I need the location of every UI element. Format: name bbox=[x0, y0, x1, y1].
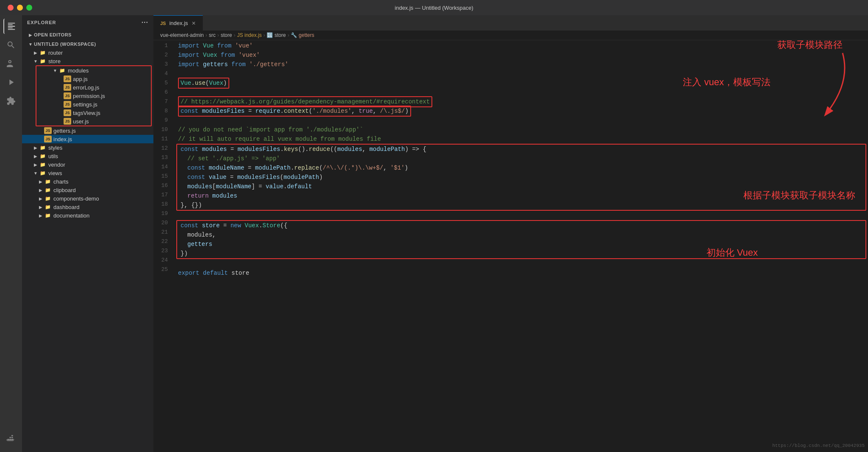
sidebar-item-errorlog-js[interactable]: ▶ JS errorLog.js bbox=[36, 83, 151, 92]
sidebar-item-permission-js[interactable]: ▶ JS permission.js bbox=[36, 92, 151, 100]
folder-icon: 📁 bbox=[44, 187, 52, 193]
run-activity-icon[interactable] bbox=[3, 75, 19, 90]
tab-label: index.js bbox=[169, 20, 188, 26]
folder-charts-label: charts bbox=[53, 179, 68, 185]
js-file-icon: JS bbox=[64, 75, 71, 82]
code-editor[interactable]: 12345 678910 1112131415 1617181920 21222… bbox=[153, 40, 868, 452]
file-errorlog-js-label: errorLog.js bbox=[73, 84, 99, 91]
code-line-20: const store = new Vuex.Store({ bbox=[177, 221, 865, 230]
breadcrumb-store2[interactable]: 🔣 store bbox=[267, 32, 286, 38]
code-line-6 bbox=[175, 88, 868, 97]
sidebar-item-vendor[interactable]: ▶ 📁 vendor bbox=[22, 160, 153, 169]
breadcrumb-store[interactable]: store bbox=[221, 32, 232, 38]
folder-icon: 📁 bbox=[44, 204, 52, 210]
js-file-icon: JS bbox=[64, 109, 71, 116]
workspace-label: UNTITLED (WORKSPACE) bbox=[34, 42, 96, 47]
sidebar-item-charts[interactable]: ▶ 📁 charts bbox=[22, 177, 153, 186]
window-controls bbox=[8, 5, 32, 11]
breadcrumb-src[interactable]: src bbox=[209, 32, 216, 38]
folder-modules-label: modules bbox=[68, 67, 89, 74]
folder-icon: 📁 bbox=[39, 58, 47, 64]
editor-area: JS index.js ✕ vue-element-admin › src › … bbox=[153, 15, 868, 452]
folder-icon: 📁 bbox=[58, 67, 66, 74]
folder-icon: 📁 bbox=[39, 144, 47, 151]
maximize-button[interactable] bbox=[26, 5, 32, 11]
sidebar-item-index-js[interactable]: ▶ JS index.js bbox=[22, 135, 153, 143]
folder-icon: 📁 bbox=[44, 212, 52, 219]
tab-index-js[interactable]: JS index.js ✕ bbox=[153, 15, 203, 31]
code-line-7: // https://webpack.js.org/guides/depende… bbox=[175, 97, 868, 106]
open-editors-label: OPEN EDITORS bbox=[34, 32, 72, 37]
breadcrumb: vue-element-admin › src › store › JS ind… bbox=[153, 31, 868, 40]
code-line-11: // it will auto require all vuex module … bbox=[175, 134, 868, 144]
breadcrumb-getters[interactable]: 🔧 getters bbox=[291, 32, 314, 38]
source-control-activity-icon[interactable] bbox=[3, 56, 19, 71]
file-settings-js-label: settings.js bbox=[73, 101, 97, 108]
folder-components-demo-label: components-demo bbox=[53, 195, 99, 202]
file-permission-js-label: permission.js bbox=[73, 93, 105, 99]
code-line-25: export default store bbox=[175, 268, 868, 278]
js-file-icon: JS bbox=[64, 84, 71, 91]
extensions-activity-icon[interactable] bbox=[3, 93, 19, 109]
minimize-button[interactable] bbox=[17, 5, 23, 11]
code-line-2: import Vuex from 'vuex' bbox=[175, 50, 868, 60]
svg-rect-5 bbox=[11, 435, 13, 436]
sidebar-item-router[interactable]: ▶ 📁 router bbox=[22, 48, 153, 57]
sidebar-item-utils[interactable]: ▶ 📁 utils bbox=[22, 152, 153, 160]
breadcrumb-file[interactable]: JS index.js bbox=[237, 32, 262, 38]
sidebar-item-dashboard[interactable]: ▶ 📁 dashboard bbox=[22, 203, 153, 211]
sidebar: EXPLORER ··· ▶ OPEN EDITORS ▼ UNTITLED (… bbox=[22, 15, 153, 452]
tab-close-icon[interactable]: ✕ bbox=[192, 20, 196, 26]
sidebar-item-clipboard[interactable]: ▶ 📁 clipboard bbox=[22, 186, 153, 194]
annotation-get-submodule-name: 根据子模块获取子模块名称 bbox=[743, 191, 855, 200]
code-line-14: const moduleName = modulePath.replace(/^… bbox=[177, 163, 865, 173]
folder-icon: 📁 bbox=[39, 153, 47, 159]
annotation-init-vuex: 初始化 Vuex bbox=[707, 248, 758, 257]
folder-views-label: views bbox=[48, 170, 62, 176]
sidebar-item-app-js[interactable]: ▶ JS app.js bbox=[36, 75, 151, 83]
sidebar-item-views[interactable]: ▼ 📁 views bbox=[22, 169, 153, 177]
breadcrumb-root[interactable]: vue-element-admin bbox=[160, 32, 204, 38]
explorer-activity-icon[interactable] bbox=[3, 19, 19, 34]
code-line-1: import Vue from 'vue' bbox=[175, 41, 868, 50]
docker-activity-icon[interactable] bbox=[3, 432, 19, 447]
folder-icon: 📁 bbox=[39, 170, 47, 176]
code-content: import Vue from 'vue' import Vuex from '… bbox=[175, 40, 868, 452]
code-line-15: const value = modulesFiles(modulePath) bbox=[177, 173, 865, 182]
file-user-js-label: user.js bbox=[73, 118, 89, 125]
open-editors-section[interactable]: ▶ OPEN EDITORS bbox=[22, 30, 153, 40]
sidebar-header: EXPLORER ··· bbox=[22, 15, 153, 30]
search-activity-icon[interactable] bbox=[3, 37, 19, 53]
code-line-18: }, {}) bbox=[177, 201, 865, 210]
code-line-10: // you do not need `import app from './m… bbox=[175, 125, 868, 134]
folder-utils-label: utils bbox=[48, 153, 58, 159]
code-line-21: modules, bbox=[177, 230, 865, 240]
sidebar-item-user-js[interactable]: ▶ JS user.js bbox=[36, 117, 151, 126]
explorer-label: EXPLORER bbox=[27, 20, 56, 25]
folder-icon: 📁 bbox=[39, 161, 47, 168]
titlebar: index.js — Untitled (Workspace) bbox=[0, 0, 868, 15]
folder-icon: 📁 bbox=[44, 195, 52, 202]
sidebar-item-settings-js[interactable]: ▶ JS settings.js bbox=[36, 100, 151, 109]
code-line-12: const modules = modulesFiles.keys().redu… bbox=[177, 145, 865, 154]
file-tree: ▶ OPEN EDITORS ▼ UNTITLED (WORKSPACE) ▶ … bbox=[22, 30, 153, 220]
more-options-icon[interactable]: ··· bbox=[142, 19, 148, 26]
watermark: https://blog.csdn.net/qq_20042935 bbox=[772, 441, 865, 450]
close-button[interactable] bbox=[8, 5, 14, 11]
file-getters-js-label: getters.js bbox=[53, 128, 76, 134]
code-line-3: import getters from './getters' bbox=[175, 60, 868, 69]
sidebar-item-styles[interactable]: ▶ 📁 styles bbox=[22, 143, 153, 152]
code-line-19 bbox=[175, 211, 868, 220]
js-file-icon: JS bbox=[44, 136, 52, 142]
code-line-23: }) bbox=[177, 249, 865, 258]
sidebar-item-documentation[interactable]: ▶ 📁 documentation bbox=[22, 211, 153, 220]
sidebar-item-modules[interactable]: ▼ 📁 modules bbox=[36, 66, 151, 75]
folder-store-label: store bbox=[48, 58, 61, 64]
code-line-22: getters bbox=[177, 240, 865, 249]
workspace-item[interactable]: ▼ UNTITLED (WORKSPACE) bbox=[22, 40, 153, 48]
sidebar-item-store[interactable]: ▼ 📁 store bbox=[22, 57, 153, 65]
annotation-get-submodule-path: 获取子模块路径 bbox=[777, 40, 843, 50]
sidebar-item-components-demo[interactable]: ▶ 📁 components-demo bbox=[22, 194, 153, 203]
sidebar-item-getters-js[interactable]: ▶ JS getters.js bbox=[22, 126, 153, 135]
sidebar-item-tagsview-js[interactable]: ▶ JS tagsView.js bbox=[36, 109, 151, 117]
